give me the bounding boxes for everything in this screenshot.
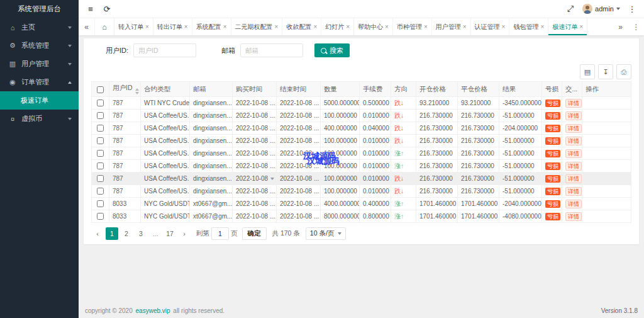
cell-operations: [582, 147, 631, 160]
view-badge[interactable]: 详情: [565, 162, 582, 171]
fullscreen-button[interactable]: ⤢: [562, 0, 579, 18]
page-size-select[interactable]: 10 条/页: [306, 227, 347, 240]
content-area: 用户ID: 邮箱 搜索 ▤ ↧ ⎙: [79, 35, 644, 303]
tab[interactable]: 帮助中心 ×: [354, 18, 393, 35]
row-checkbox[interactable]: [97, 99, 104, 106]
loss-badge[interactable]: 亏损: [545, 137, 560, 145]
tab-close-icon[interactable]: ×: [184, 24, 188, 30]
view-badge[interactable]: 详情: [565, 137, 582, 145]
sidebar-item-express-orders[interactable]: 极速订单: [0, 91, 79, 110]
cell-operations: [582, 97, 631, 110]
tab-close-icon[interactable]: ×: [540, 24, 544, 30]
easyweb-link[interactable]: easyweb.vip: [136, 307, 170, 314]
next-page-button[interactable]: ›: [178, 227, 191, 240]
email-input[interactable]: [240, 43, 303, 57]
view-badge[interactable]: 详情: [565, 124, 582, 133]
loss-badge[interactable]: 亏损: [545, 188, 560, 195]
user-id-input[interactable]: [133, 43, 196, 57]
select-all-checkbox[interactable]: [97, 86, 104, 93]
tab[interactable]: 转入订单 ×: [114, 18, 153, 35]
tabs-scroll-left-button[interactable]: «: [79, 18, 94, 35]
tab[interactable]: 币种管理 ×: [393, 18, 432, 35]
view-badge[interactable]: 详情: [565, 174, 582, 183]
tab-close-icon[interactable]: ×: [463, 24, 467, 30]
tab-close-icon[interactable]: ×: [223, 24, 227, 30]
tab-close-icon[interactable]: ×: [579, 24, 583, 30]
tab[interactable]: 转出订单 ×: [153, 18, 192, 35]
cell-quantity: 100.000000: [324, 112, 357, 119]
print-button[interactable]: ⎙: [616, 64, 631, 79]
row-checkbox[interactable]: [97, 200, 104, 207]
confirm-jump-button[interactable]: 确定: [242, 227, 267, 240]
cell-close-price: 216.730000: [461, 150, 494, 157]
tabs-more-button[interactable]: ⋮: [628, 18, 644, 35]
page-button[interactable]: 2: [120, 227, 133, 240]
loss-badge[interactable]: 亏损: [545, 112, 560, 120]
sidebar-item-orders[interactable]: ◉ 订单管理: [0, 73, 79, 91]
cell-buy-time: 2022-10-08 ...: [236, 99, 275, 106]
loss-badge[interactable]: 亏损: [545, 162, 560, 170]
tab[interactable]: 系统配置 ×: [192, 18, 231, 35]
tab[interactable]: 用户管理 ×: [432, 18, 471, 35]
view-badge[interactable]: 详情: [565, 149, 582, 158]
row-checkbox[interactable]: [97, 137, 104, 144]
table-row: 787 USA Coffee/US... dingxiansen... 2022…: [92, 110, 631, 122]
row-checkbox[interactable]: [97, 150, 104, 157]
export-button[interactable]: ↧: [598, 64, 613, 79]
view-badge[interactable]: 详情: [565, 99, 582, 108]
more-button[interactable]: ⋮: [624, 0, 640, 18]
sort-icon[interactable]: [135, 88, 139, 94]
row-checkbox[interactable]: [97, 213, 104, 220]
tabs-scroll-right-button[interactable]: »: [613, 18, 628, 35]
user-menu[interactable]: admin: [579, 4, 624, 14]
row-checkbox[interactable]: [97, 125, 104, 132]
loss-badge[interactable]: 亏损: [545, 213, 560, 220]
refresh-button[interactable]: ⟳: [99, 0, 115, 18]
row-checkbox[interactable]: [97, 162, 104, 169]
cell-result: -51.000000: [502, 150, 535, 157]
tab[interactable]: 收款配置 ×: [282, 18, 321, 35]
tab-close-icon[interactable]: ×: [502, 24, 506, 30]
tab[interactable]: 幻灯片 ×: [321, 18, 354, 35]
tab-close-icon[interactable]: ×: [346, 24, 350, 30]
sidebar-item-home[interactable]: ⌂ 主页: [0, 18, 79, 37]
search-button[interactable]: 搜索: [314, 43, 350, 57]
cell-user-id: 787: [113, 150, 123, 157]
page-button[interactable]: 17: [164, 227, 176, 240]
tab-home[interactable]: ⌂: [94, 18, 114, 35]
jump-page-input[interactable]: [211, 227, 229, 240]
filter-columns-button[interactable]: ▤: [580, 64, 595, 79]
tab[interactable]: 认证管理 ×: [471, 18, 510, 35]
loss-badge[interactable]: 亏损: [545, 150, 560, 157]
view-badge[interactable]: 详情: [565, 111, 582, 120]
view-badge[interactable]: 详情: [565, 200, 582, 208]
tab[interactable]: 钱包管理 ×: [509, 18, 548, 35]
sidebar-item-label: 系统管理: [21, 41, 68, 50]
prev-page-button[interactable]: ‹: [91, 227, 104, 240]
view-badge[interactable]: 详情: [565, 187, 582, 196]
tab-close-icon[interactable]: ×: [145, 24, 149, 30]
loss-badge[interactable]: 亏损: [545, 99, 560, 107]
row-checkbox[interactable]: [97, 175, 104, 182]
cell-contract-type: USA Coffee/US...: [144, 188, 190, 195]
tab-close-icon[interactable]: ×: [424, 24, 428, 30]
tab[interactable]: 极速订单 ×: [548, 18, 587, 35]
tab-close-icon[interactable]: ×: [313, 24, 317, 30]
page-button[interactable]: 3: [135, 227, 147, 240]
row-checkbox[interactable]: [97, 188, 104, 195]
sidebar-toggle-button[interactable]: ≡: [82, 0, 99, 18]
sidebar-item-users[interactable]: ▥ 用户管理: [0, 55, 79, 73]
loss-badge[interactable]: 亏损: [545, 125, 560, 132]
column-header[interactable]: 用户ID: [109, 82, 141, 97]
tab-close-icon[interactable]: ×: [275, 24, 279, 30]
tab-close-icon[interactable]: ×: [385, 24, 389, 30]
row-checkbox[interactable]: [97, 112, 104, 119]
sidebar-item-crypto[interactable]: ¤ 虚拟币: [0, 110, 79, 128]
sidebar-item-system[interactable]: ⚙ 系统管理: [0, 37, 79, 55]
view-badge[interactable]: 详情: [565, 212, 582, 221]
loss-badge[interactable]: 亏损: [545, 175, 560, 183]
buytime-dropdown-icon[interactable]: [270, 178, 274, 180]
loss-badge[interactable]: 亏损: [545, 200, 560, 208]
tab[interactable]: 二元期权配置 ×: [231, 18, 283, 35]
page-button[interactable]: 1: [106, 227, 118, 240]
